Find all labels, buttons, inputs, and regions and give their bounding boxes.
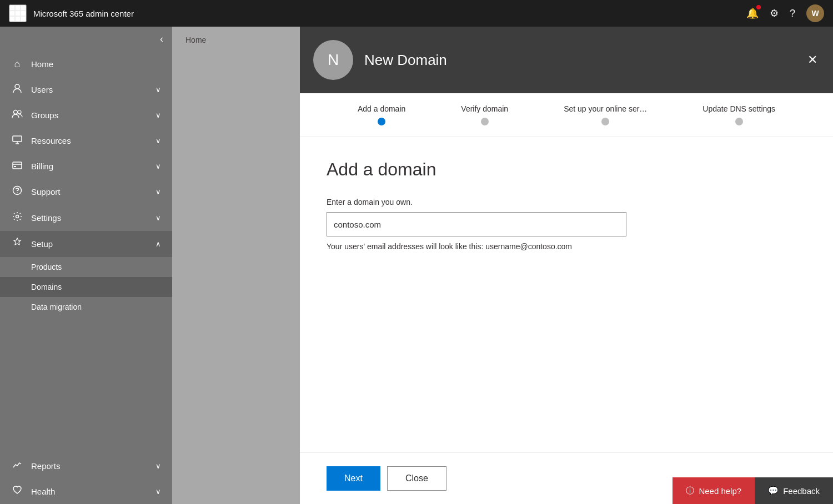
stepper-dot-verify-domain <box>481 118 489 125</box>
users-chevron-icon: ∨ <box>155 85 161 94</box>
stepper-dot-add-domain <box>378 118 385 125</box>
sidebar-item-settings[interactable]: Settings ∨ <box>0 205 172 231</box>
svg-point-0 <box>15 84 19 89</box>
panel-section-title: Add a domain <box>327 159 806 180</box>
app-launcher-button[interactable] <box>9 4 27 22</box>
collapse-icon: ‹ <box>160 33 163 45</box>
sidebar-collapse-button[interactable]: ‹ <box>0 27 172 52</box>
svg-rect-4 <box>13 162 22 169</box>
svg-rect-5 <box>14 166 16 167</box>
groups-chevron-icon: ∨ <box>155 111 161 119</box>
email-preview: Your users' email addresses will look li… <box>327 242 806 251</box>
settings-chevron-icon: ∨ <box>155 214 161 222</box>
panel-title: New Domain <box>364 52 794 69</box>
groups-icon <box>11 109 23 121</box>
home-icon: ⌂ <box>11 58 23 70</box>
sidebar-sub-item-domains[interactable]: Domains <box>0 277 172 297</box>
close-button[interactable]: Close <box>387 466 446 491</box>
sidebar-item-billing[interactable]: Billing ∨ <box>0 154 172 179</box>
svg-point-2 <box>18 110 21 114</box>
svg-point-8 <box>16 215 19 218</box>
notifications-button[interactable]: 🔔 <box>746 7 759 19</box>
resources-chevron-icon: ∨ <box>155 137 161 145</box>
topbar: Microsoft 365 admin center 🔔 ⚙ ? W <box>0 0 833 27</box>
setup-icon <box>11 238 23 250</box>
sidebar-item-setup[interactable]: Setup ∧ <box>0 231 172 257</box>
sidebar-item-reports[interactable]: Reports ∨ <box>0 453 172 479</box>
sidebar-item-groups[interactable]: Groups ∨ <box>0 103 172 128</box>
sidebar-sub-item-data-migration[interactable]: Data migration <box>0 297 172 317</box>
support-chevron-icon: ∨ <box>155 188 161 196</box>
main-layout: ‹ ⌂ Home Users ∨ <box>0 27 833 504</box>
health-icon <box>11 486 23 497</box>
feedback-icon: 💬 <box>768 486 779 496</box>
sidebar-sub-item-products[interactable]: Products <box>0 257 172 277</box>
panel: N New Domain ✕ Add a domain Verify domai… <box>300 27 833 504</box>
panel-body: Add a domain Enter a domain you own. You… <box>300 137 833 452</box>
stepper-dot-update-dns <box>735 118 743 125</box>
billing-icon <box>11 160 23 172</box>
settings-button[interactable]: ⚙ <box>770 7 779 19</box>
sidebar-item-support[interactable]: Support ∨ <box>0 179 172 205</box>
domain-field-label: Enter a domain you own. <box>327 198 806 206</box>
stepper-dot-setup-online <box>601 118 609 125</box>
next-button[interactable]: Next <box>327 466 380 491</box>
topbar-icons: 🔔 ⚙ ? W <box>746 4 824 22</box>
app-title: Microsoft 365 admin center <box>33 9 740 18</box>
panel-avatar: N <box>313 40 353 80</box>
billing-chevron-icon: ∨ <box>155 162 161 170</box>
reports-chevron-icon: ∨ <box>155 462 161 470</box>
panel-overlay: N New Domain ✕ Add a domain Verify domai… <box>172 27 833 504</box>
panel-stepper: Add a domain Verify domain Set up your o… <box>300 93 833 137</box>
support-icon <box>11 185 23 198</box>
help-button[interactable]: ? <box>790 8 795 19</box>
panel-header: N New Domain ✕ <box>300 27 833 93</box>
stepper-step-setup-online: Set up your online ser… <box>564 104 647 125</box>
notification-badge <box>756 5 761 9</box>
sidebar-item-resources[interactable]: Resources ∨ <box>0 128 172 154</box>
resources-icon <box>11 134 23 147</box>
stepper-step-add-domain: Add a domain <box>358 104 405 125</box>
sidebar-item-health[interactable]: Health ∨ <box>0 479 172 504</box>
domain-input[interactable] <box>327 212 626 236</box>
health-chevron-icon: ∨ <box>155 487 161 496</box>
sidebar-item-users[interactable]: Users ∨ <box>0 77 172 103</box>
need-help-button[interactable]: ⓘ Need help? <box>673 477 755 504</box>
stepper-step-verify-domain: Verify domain <box>461 104 508 125</box>
svg-rect-3 <box>13 136 22 142</box>
reports-icon <box>11 460 23 472</box>
svg-point-1 <box>14 110 18 114</box>
content-area: Home N New Domain ✕ Add a domain <box>172 27 833 504</box>
panel-close-button[interactable]: ✕ <box>805 52 820 68</box>
sidebar: ‹ ⌂ Home Users ∨ <box>0 27 172 504</box>
user-avatar-button[interactable]: W <box>806 4 824 22</box>
setup-chevron-icon: ∧ <box>155 240 161 248</box>
stepper-step-update-dns: Update DNS settings <box>702 104 775 125</box>
svg-point-7 <box>17 192 18 193</box>
users-icon <box>11 83 23 96</box>
help-circle-icon: ⓘ <box>686 486 694 496</box>
bottom-bar: ⓘ Need help? 💬 Feedback <box>673 477 833 504</box>
feedback-button[interactable]: 💬 Feedback <box>755 477 833 504</box>
settings-sidebar-icon <box>11 211 23 224</box>
sidebar-item-home[interactable]: ⌂ Home <box>0 52 172 77</box>
